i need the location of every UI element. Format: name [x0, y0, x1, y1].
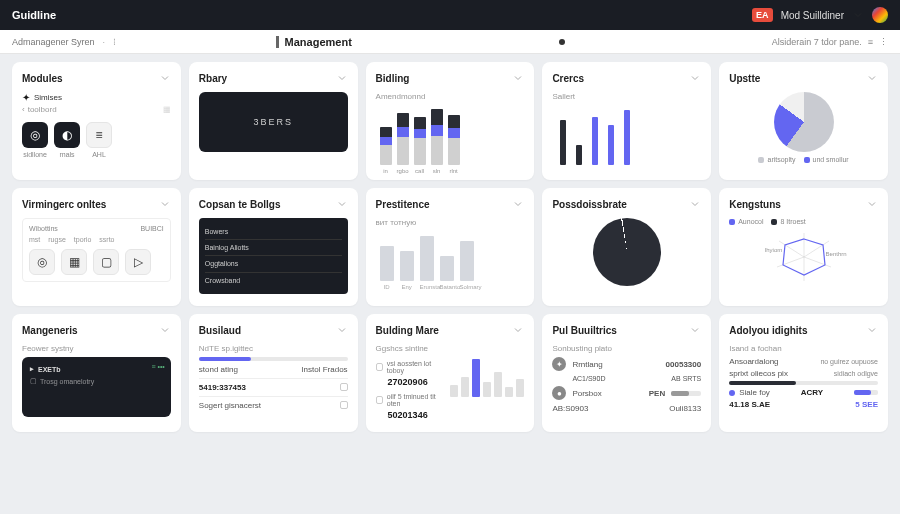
checkbox-icon[interactable] — [376, 363, 383, 371]
page-title: Management — [276, 36, 352, 48]
card-title: Virmingerc onltes — [22, 199, 106, 210]
axis-label: Ihyiom — [765, 247, 783, 253]
action-icon[interactable]: ▢ — [93, 249, 119, 275]
menu-icon[interactable]: ≡ — [868, 37, 873, 47]
bar-label: Batanto — [440, 284, 454, 290]
chevron-down-icon[interactable] — [512, 198, 524, 210]
checkbox-icon[interactable] — [376, 396, 383, 404]
chevron-down-icon[interactable] — [866, 72, 878, 84]
list-item[interactable]: Bainlog Aliotts — [205, 240, 342, 256]
card-title: Possdoissbrate — [552, 199, 626, 210]
card-sub: Ggshcs sintlne — [376, 344, 525, 353]
tab[interactable]: rugse — [48, 236, 66, 243]
stat-label: stond ating — [199, 365, 238, 374]
legend: aritsoplty und smollur — [729, 156, 878, 163]
bullet-icon — [729, 390, 735, 396]
metric-icon: ● — [552, 386, 566, 400]
breadcrumb[interactable]: Admanagener Syren — [12, 37, 95, 47]
pie-chart — [774, 92, 834, 152]
back-icon[interactable]: ‹ — [22, 105, 25, 114]
card-kengst: Kengstuns Aunocol8 Itroest Ihyiom Benthr… — [719, 188, 888, 306]
chevron-down-icon[interactable] — [866, 198, 878, 210]
kv-label: sidiach odlgve — [834, 370, 878, 377]
chevron-down-icon[interactable] — [336, 198, 348, 210]
card-title: Modules — [22, 73, 63, 84]
kv-label: Siale foy — [739, 388, 770, 397]
chart-sub: Sallert — [552, 92, 701, 101]
chevron-down-icon[interactable] — [689, 324, 701, 336]
list-item[interactable]: Oggtalions — [205, 256, 342, 272]
action-icon[interactable]: ◎ — [29, 249, 55, 275]
chevron-down-icon[interactable] — [512, 324, 524, 336]
line-label: oilf 5 tminued tit oten — [387, 393, 443, 407]
grid-icon[interactable]: ▦ — [163, 105, 171, 114]
chevron-down-icon[interactable] — [852, 9, 864, 21]
svg-line-2 — [804, 257, 831, 267]
chevron-down-icon[interactable] — [336, 324, 348, 336]
card-bmare: Bulding Mare Ggshcs sintlne vsi aossten … — [366, 314, 535, 432]
module-icon-3[interactable]: ≡ — [86, 122, 112, 148]
card-prest: Prestitence вит тотную IDEnyErunstaBatan… — [366, 188, 535, 306]
chart-sub: вит тотную — [376, 218, 525, 227]
credit-card[interactable]: ≡ ••• ▸EXETb ▢Trosg omanelotry — [22, 357, 171, 417]
stat-value: 5419:337453 — [199, 383, 246, 392]
chevron-down-icon[interactable] — [159, 324, 171, 336]
metric-value: 00053300 — [666, 360, 702, 369]
card-virming: Virmingerc onltes WibottinsBUIBCI mstrug… — [12, 188, 181, 306]
app-logo[interactable]: Guidline — [12, 9, 56, 21]
dark-list: Bowers Bainlog Aliotts Oggtalions Crowsb… — [199, 218, 348, 294]
legend-label: aritsoplty — [767, 156, 795, 163]
chevron-down-icon[interactable] — [159, 72, 171, 84]
stacked-bar-chart — [376, 105, 525, 165]
pie-chart — [593, 218, 661, 286]
module-icon-1[interactable]: ◎ — [22, 122, 48, 148]
icon-label: AHL — [86, 151, 112, 158]
card-title: Kengstuns — [729, 199, 781, 210]
subbar-info: Alsiderain 7 tdor pane. — [772, 37, 862, 47]
action-icon[interactable]: ▦ — [61, 249, 87, 275]
list-item[interactable]: Bowers — [205, 224, 342, 240]
star-icon: ✦ — [22, 92, 30, 103]
svg-line-4 — [777, 257, 804, 267]
card-title: Rbary — [199, 73, 227, 84]
metric-sub: AC1/S90D — [572, 375, 605, 382]
kv-value: 5 SEE — [855, 400, 878, 409]
avatar[interactable] — [872, 7, 888, 23]
mini-bar-chart — [450, 357, 524, 397]
tab[interactable]: tporio — [74, 236, 92, 243]
bar-label: in — [380, 168, 392, 174]
card-mangen: Mangeneris Feower systny ≡ ••• ▸EXETb ▢T… — [12, 314, 181, 432]
rbary-block[interactable]: 3BERS — [199, 92, 348, 152]
card-sub: Sonbusting plato — [552, 344, 701, 353]
bar-label: ID — [380, 284, 394, 290]
checkbox-icon[interactable] — [340, 401, 348, 409]
axis-label: Benthrn — [826, 251, 847, 257]
chevron-down-icon[interactable] — [866, 324, 878, 336]
chevron-down-icon[interactable] — [336, 72, 348, 84]
more-icon[interactable]: ⋮ — [879, 37, 888, 47]
card-upstte: Upstte aritsoplty und smollur — [719, 62, 888, 180]
chevron-down-icon[interactable] — [689, 72, 701, 84]
action-icon[interactable]: ▷ — [125, 249, 151, 275]
checkbox-icon[interactable] — [340, 383, 348, 391]
kv-label: no guirez oupuose — [820, 358, 878, 365]
breadcrumb-meta: · ⁞ — [103, 37, 116, 47]
tab[interactable]: ssrto — [99, 236, 114, 243]
username[interactable]: Mod Suilldiner — [781, 10, 844, 21]
kv-label: Ansoardalong — [729, 357, 778, 366]
chevron-down-icon[interactable] — [512, 72, 524, 84]
legend-label: Aunocol — [738, 218, 763, 225]
legend-dot — [758, 157, 764, 163]
tab[interactable]: mst — [29, 236, 40, 243]
kv-value: 41.18 S.AE — [729, 400, 770, 409]
chevron-down-icon[interactable] — [159, 198, 171, 210]
dashboard-grid: Modules ✦Simises ‹toolbord▦ ◎sidllone ◐r… — [0, 54, 900, 440]
list-item[interactable]: Crowsband — [205, 273, 342, 288]
stat-footer: Sogert gisnacerst — [199, 401, 261, 410]
card-title: Copsan te Bollgs — [199, 199, 281, 210]
card-detail: Trosg omanelotry — [40, 378, 94, 385]
card-title: Busilaud — [199, 325, 241, 336]
chevron-down-icon[interactable] — [689, 198, 701, 210]
module-icon-2[interactable]: ◐ — [54, 122, 80, 148]
table-header: Wibottins — [29, 225, 58, 232]
